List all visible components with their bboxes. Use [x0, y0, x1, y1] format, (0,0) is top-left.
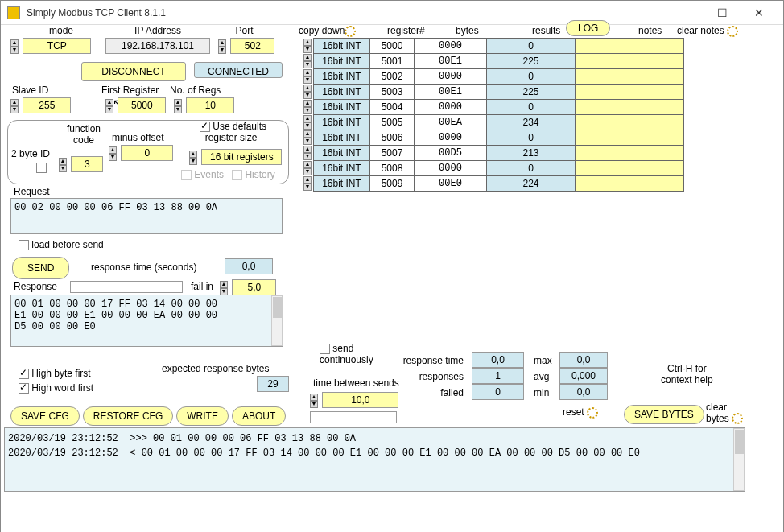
log-scrollbar[interactable] — [733, 428, 745, 491]
slave-id-label: Slave ID — [12, 85, 48, 96]
load-before-check[interactable] — [19, 240, 29, 250]
row-reg: 5002 — [370, 69, 415, 85]
row-type[interactable]: 16bit INT — [314, 161, 370, 176]
func-code-field[interactable]: 3 — [71, 156, 103, 172]
row-spinner[interactable]: ▲▼ — [303, 100, 312, 114]
about-button[interactable]: ABOUT — [232, 406, 286, 426]
row-spinner[interactable]: ▲▼ — [303, 85, 312, 99]
row-notes[interactable] — [576, 115, 684, 130]
row-type[interactable]: 16bit INT — [314, 85, 370, 100]
response-scrollbar[interactable] — [271, 295, 283, 346]
row-type[interactable]: 16bit INT — [314, 54, 370, 69]
first-reg-spinner[interactable]: ▲▼ — [105, 99, 113, 113]
send-cont-check[interactable] — [320, 344, 330, 354]
max-label: max — [534, 355, 552, 366]
clear-notes-icon[interactable] — [727, 26, 738, 37]
port-spinner[interactable]: ▲▼ — [218, 39, 226, 54]
high-byte-check[interactable] — [19, 369, 29, 379]
mode-spinner[interactable]: ▲▼ — [10, 39, 19, 54]
row-notes[interactable] — [576, 39, 684, 54]
reset-icon[interactable] — [587, 407, 598, 419]
request-hex[interactable]: 00 02 00 00 00 06 FF 03 13 88 00 0A — [10, 198, 283, 234]
save-cfg-button[interactable]: SAVE CFG — [10, 406, 80, 426]
title-bar: Simply Modbus TCP Client 8.1.1 — ☐ ✕ — [1, 1, 783, 25]
content-area: mode IP Address Port ▲▼ TCP 192.168.178.… — [1, 25, 783, 532]
high-word-check[interactable] — [19, 383, 29, 394]
row-type[interactable]: 16bit INT — [314, 146, 370, 161]
send-button[interactable]: SEND — [12, 257, 69, 279]
row-notes[interactable] — [576, 85, 684, 100]
row-bytes: 00EA — [415, 115, 487, 130]
row-spinner[interactable]: ▲▼ — [303, 130, 312, 145]
close-button[interactable]: ✕ — [741, 2, 777, 24]
row-result: 0 — [487, 69, 576, 85]
row-notes[interactable] — [576, 69, 684, 85]
row-spinner[interactable]: ▲▼ — [303, 161, 312, 175]
log-button[interactable]: LOG — [566, 20, 610, 36]
write-button[interactable]: WRITE — [176, 406, 229, 426]
row-spinner[interactable]: ▲▼ — [303, 39, 312, 53]
no-regs-field[interactable]: 10 — [186, 97, 234, 113]
two-byte-check[interactable] — [36, 163, 47, 173]
reg-size-spinner[interactable]: ▲▼ — [189, 151, 197, 165]
app-icon — [7, 6, 20, 19]
history-check[interactable] — [232, 170, 242, 180]
row-spinner[interactable]: ▲▼ — [303, 146, 312, 160]
resp-time-s-label: response time (seconds) — [91, 262, 196, 273]
reg-size-field[interactable]: 16 bit registers — [201, 149, 282, 165]
no-regs-spinner[interactable]: ▲▼ — [174, 99, 182, 113]
row-notes[interactable] — [576, 100, 684, 115]
restore-cfg-button[interactable]: RESTORE CFG — [83, 406, 173, 426]
time-between-field[interactable]: 10,0 — [322, 392, 398, 408]
row-bytes: 00E1 — [415, 54, 487, 69]
minus-offset-spinner[interactable]: ▲▼ — [109, 146, 117, 161]
row-bytes: 00D5 — [415, 146, 487, 161]
row-notes[interactable] — [576, 130, 684, 146]
row-spinner[interactable]: ▲▼ — [303, 69, 312, 84]
row-bytes: 0000 — [415, 100, 487, 115]
fail-in-spinner[interactable]: ▲▼ — [220, 281, 228, 295]
row-notes[interactable] — [576, 161, 684, 176]
table-row: ▲▼16bit INT500200000 — [303, 69, 684, 85]
row-notes[interactable] — [576, 146, 684, 161]
row-type[interactable]: 16bit INT — [314, 130, 370, 146]
function-group: 2 byte ID function code ▲▼ 3 minus offse… — [7, 120, 289, 184]
copy-down-icon[interactable] — [345, 26, 356, 37]
row-type[interactable]: 16bit INT — [314, 115, 370, 130]
bytes-label: bytes — [456, 25, 479, 36]
row-type[interactable]: 16bit INT — [314, 100, 370, 115]
use-defaults-check[interactable] — [200, 122, 210, 132]
time-between-label: time between sends — [313, 377, 399, 389]
row-notes[interactable] — [576, 176, 684, 192]
response-hex[interactable]: 00 01 00 00 00 17 FF 03 14 00 00 00 E1 0… — [10, 295, 283, 347]
time-between-spinner[interactable]: ▲▼ — [310, 394, 318, 408]
minimize-button[interactable]: — — [668, 2, 704, 24]
row-result: 224 — [487, 176, 576, 192]
row-result: 0 — [487, 100, 576, 115]
minus-offset-field[interactable]: 0 — [121, 145, 173, 161]
fail-in-field[interactable]: 5,0 — [232, 279, 276, 295]
save-bytes-button[interactable]: SAVE BYTES — [624, 405, 704, 424]
maximize-button[interactable]: ☐ — [704, 2, 741, 24]
row-spinner[interactable]: ▲▼ — [303, 115, 312, 130]
clear-bytes-icon[interactable] — [732, 413, 743, 424]
log-area[interactable]: 2020/03/19 23:12:52 >>> 00 01 00 00 00 0… — [4, 427, 745, 492]
func-code-label: function code — [67, 123, 101, 146]
slave-id-spinner[interactable]: ▲▼ — [10, 99, 19, 113]
row-type[interactable]: 16bit INT — [314, 69, 370, 85]
port-field[interactable]: 502 — [230, 38, 274, 54]
row-type[interactable]: 16bit INT — [314, 176, 370, 192]
ip-field[interactable]: 192.168.178.101 — [105, 38, 210, 54]
events-check[interactable] — [181, 170, 192, 180]
row-spinner[interactable]: ▲▼ — [303, 54, 312, 68]
high-byte-label: High byte first — [31, 368, 90, 379]
first-reg-field[interactable]: 5000 — [118, 97, 166, 113]
func-code-spinner[interactable]: ▲▼ — [59, 158, 67, 172]
row-notes[interactable] — [576, 54, 684, 69]
row-type[interactable]: 16bit INT — [314, 39, 370, 54]
disconnect-button[interactable]: DISCONNECT — [81, 62, 186, 81]
slave-id-field[interactable]: 255 — [23, 97, 71, 113]
row-reg: 5000 — [370, 39, 415, 54]
mode-field[interactable]: TCP — [23, 38, 91, 54]
row-spinner[interactable]: ▲▼ — [303, 176, 312, 191]
